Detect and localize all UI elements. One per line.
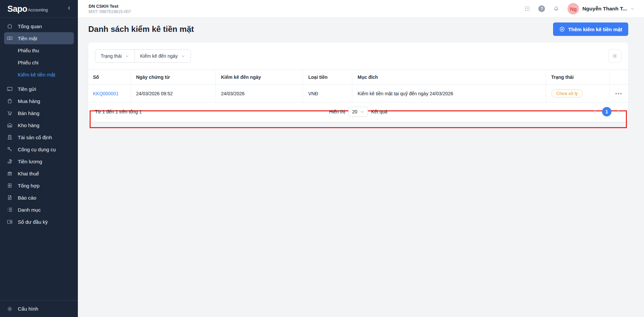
wallet-icon [7,219,13,225]
sidebar-item-categories[interactable]: Danh mục [4,204,74,216]
column-header-currency: Loại tiền [303,70,352,85]
pager: 1 [592,107,622,116]
record-link[interactable]: KKQ000001 [93,91,118,96]
sidebar-item-label: Mua hàng [18,98,40,104]
page-size-value: 20 [352,109,357,114]
sidebar-item-cash[interactable]: Tiền mặt [4,32,74,44]
chevron-down-icon [630,7,635,11]
status-badge: Chưa xử lý [551,89,583,98]
company-tax-id: MST: 0987519815-007 [89,9,131,14]
sidebar-item-fixed-assets[interactable]: Tài sản cố định [4,131,74,143]
sidebar-item-label: Tổng quan [18,23,42,29]
filter-group: Trạng thái Kiểm kê đến ngày [95,49,191,63]
shopping-cart-icon [7,110,13,116]
sidebar-item-overview[interactable]: Tổng quan [4,20,74,32]
cell-currency: VNĐ [303,85,352,103]
table-row[interactable]: KKQ000001 24/03/2026 09:52 24/03/2026 VN… [88,85,628,103]
sidebar-logo-row: Sapo Accounting [0,0,78,18]
sidebar-item-sales[interactable]: Bán hàng [4,107,74,119]
table-header-row: Số Ngày chứng từ Kiểm kê đến ngày Loại t… [88,70,628,85]
title-row: Danh sách kiểm kê tiền mặt Thêm kiểm kê … [88,18,628,36]
sidebar-item-inventory[interactable]: Kho hàng [4,119,74,131]
sidebar-item-purchasing[interactable]: Mua hàng [4,95,74,107]
column-header-status: Trạng thái [546,70,609,85]
sidebar-item-synthesis[interactable]: Tổng hợp [4,179,74,192]
page-size-select[interactable]: 20 [348,107,368,117]
help-icon[interactable]: ? [538,5,545,12]
bell-icon[interactable] [553,6,559,12]
show-label: Hiển thị [329,109,345,114]
sidebar-item-label: Phiếu chi [18,60,39,65]
cell-status: Chưa xử lý [546,85,609,103]
sidebar-item-payment[interactable]: Phiếu chi [4,56,74,68]
column-header-audit-date: Kiểm kê đến ngày [215,70,303,85]
pagination-summary: Từ 1 đến 1 trên tổng 1 [95,109,142,114]
tax-bank-icon [7,170,13,176]
status-filter-dropdown[interactable]: Trạng thái [95,50,135,62]
gear-icon [612,53,618,59]
row-menu-button[interactable]: ••• [615,91,623,96]
sidebar-item-label: Phiếu thu [18,48,39,53]
column-header-actions [609,70,628,85]
chevron-down-icon [125,54,129,58]
company-block: DN CSKH Test MST: 0987519815-007 [89,4,131,14]
help-glyph: ? [538,5,545,12]
brand-logo: Sapo [7,4,27,14]
sidebar-footer-label: Cấu hình [18,306,38,312]
list-card: Trạng thái Kiểm kê đến ngày [88,43,628,122]
avatar: Ng [567,3,579,14]
chevron-down-icon [360,110,364,114]
sidebar-item-label: Kho hàng [18,122,39,128]
topbar-right: ? Ng Nguyễn Thanh T... [524,3,635,14]
table-settings-button[interactable] [608,49,622,63]
list-icon [7,207,13,213]
plus-circle-icon [559,26,565,32]
filter-bar: Trạng thái Kiểm kê đến ngày [88,43,628,69]
audit-date-filter-dropdown[interactable]: Kiểm kê đến ngày [135,50,191,62]
ledger-icon [7,182,13,189]
banknote-icon [7,35,13,41]
sidebar-collapse-button[interactable] [66,5,72,12]
warehouse-icon [7,122,13,128]
next-page-button[interactable] [616,109,622,114]
sidebar-item-reports[interactable]: Báo cáo [4,192,74,204]
cell-code: KKQ000001 [88,85,131,103]
sidebar-item-label: Tiền lương [18,159,42,164]
sidebar-item-deposits[interactable]: Tiền gửi [4,83,74,95]
pagination: Từ 1 đến 1 trên tổng 1 Hiển thị 20 Kết q… [88,103,628,122]
sidebar-item-receipt[interactable]: Phiếu thu [4,44,74,56]
sidebar-item-payroll[interactable]: Tiền lương [4,155,74,167]
user-menu[interactable]: Ng Nguyễn Thanh T... [567,3,635,14]
sidebar-item-label: Công cụ dụng cụ [18,147,56,152]
column-header-doc-date: Ngày chứng từ [131,70,215,85]
sidebar-item-label: Tài sản cố định [18,135,52,140]
sidebar-item-tax[interactable]: Khai thuế [4,167,74,179]
sidebar-item-label: Kiểm kê tiền mặt [18,72,55,77]
home-icon [7,23,13,29]
prev-page-button[interactable] [592,109,597,114]
current-page-button[interactable]: 1 [602,107,611,116]
chevron-down-icon [181,54,185,58]
sidebar-item-label: Báo cáo [18,195,36,201]
salary-icon [7,158,13,164]
sidebar-item-opening-balance[interactable]: Số dư đầu kỳ [4,216,74,228]
sidebar-item-label: Tổng hợp [18,183,40,189]
sidebar-item-settings[interactable]: Cấu hình [0,300,78,317]
table-wrap: Số Ngày chứng từ Kiểm kê đến ngày Loại t… [88,69,628,103]
sidebar-item-label: Bán hàng [18,110,39,116]
company-name: DN CSKH Test [89,4,131,9]
page-size-control: Hiển thị 20 Kết quả [329,107,387,117]
results-label: Kết quả [371,109,387,114]
tool-icon [7,146,13,152]
add-cash-audit-button[interactable]: Thêm kiểm kê tiền mặt [553,22,628,36]
sidebar-item-label: Số dư đầu kỳ [18,219,48,225]
sidebar-item-label: Tiền mặt [18,36,37,41]
bank-card-icon [7,86,13,92]
apps-grid-icon[interactable] [524,6,530,12]
sidebar-item-cash-audit[interactable]: Kiểm kê tiền mặt [4,68,74,81]
sidebar-nav: Tổng quan Tiền mặt Phiếu thu Phiếu chi K… [0,18,78,300]
gear-icon [7,306,13,312]
brand-suffix: Accounting [28,8,48,12]
cell-purpose: Kiểm kê tiền mặt tại quỹ đến ngày 24/03/… [352,85,546,103]
sidebar-item-tools[interactable]: Công cụ dụng cụ [4,143,74,155]
